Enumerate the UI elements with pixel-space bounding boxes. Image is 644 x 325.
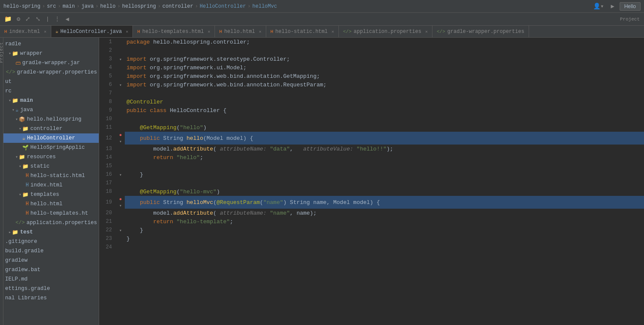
tab-hello-static-html[interactable]: H hello-static.html ✕ — [266, 26, 339, 37]
sidebar-item-resources[interactable]: 📁 resources — [3, 152, 99, 162]
sidebar-item-gradle-wrapper-props[interactable]: </> gradle-wrapper.properties — [3, 68, 99, 77]
breadcrumb-item[interactable]: hello — [100, 3, 115, 9]
minimize-icon[interactable]: ⤡ — [34, 15, 42, 24]
code-content[interactable]: import org.springframework.web.bind.anno… — [125, 72, 644, 80]
sidebar-item-application-properties[interactable]: </> application.properties — [3, 218, 99, 228]
code-content[interactable]: import org.springframework.ui.Model; — [125, 63, 644, 72]
more-options-icon[interactable]: ⋮ — [53, 15, 62, 24]
settings-icon[interactable]: ⚙ — [15, 15, 22, 24]
code-content[interactable] — [125, 179, 644, 187]
sidebar-item-settings-gradle[interactable]: ettings.gradle — [3, 284, 99, 293]
code-content[interactable]: public String hello(Model model) { — [125, 132, 644, 145]
fold-icon[interactable]: ▾ — [119, 228, 122, 233]
breadcrumb-item[interactable]: HelloController — [200, 3, 246, 9]
code-content[interactable] — [125, 162, 644, 170]
run-icon[interactable]: ▶ — [609, 2, 616, 11]
code-content[interactable]: } — [125, 170, 644, 179]
gutter: ▾ — [116, 170, 125, 179]
code-content[interactable]: model.addAttribute( attributeName: "data… — [125, 145, 644, 153]
tab-close-icon[interactable]: ✕ — [259, 29, 262, 34]
tab-index-html[interactable]: H index.html ✕ — [0, 26, 51, 37]
breadcrumb-item[interactable]: controller — [162, 3, 193, 9]
code-line-22: 22 ▾ } — [99, 226, 644, 234]
sidebar-item-ielp-md[interactable]: IELP.md — [3, 275, 99, 284]
sidebar-item-hello-spring-applic[interactable]: 🌱 HelloSpringApplic — [3, 143, 99, 152]
maximize-icon[interactable]: ⤢ — [24, 15, 32, 24]
fold-icon[interactable]: ▾ — [119, 173, 122, 177]
tab-hello-controller-java[interactable]: ☕ HelloController.java ✕ — [51, 26, 133, 37]
code-content[interactable]: @Controller — [125, 98, 644, 106]
sidebar-item-index-html[interactable]: H index.html — [3, 180, 99, 190]
fold-icon[interactable]: ▾ — [119, 57, 122, 62]
sidebar-item-test[interactable]: 📁 test — [3, 228, 99, 237]
code-content[interactable]: return "hello-template"; — [125, 217, 644, 226]
code-content[interactable]: public String helloMvc(@RequestParam("na… — [125, 196, 644, 209]
tab-application-properties[interactable]: </> application.properties ✕ — [339, 26, 432, 37]
code-content[interactable] — [125, 115, 644, 123]
breadcrumb-item[interactable]: hello-spring — [3, 3, 40, 9]
tab-label: hello-static.html — [275, 29, 327, 35]
code-content[interactable]: model.addAttribute( attributeName: "name… — [125, 209, 644, 217]
code-content[interactable]: import org.springframework.stereotype.Co… — [125, 55, 644, 63]
code-line-23: 23 } — [99, 234, 644, 243]
project-icon[interactable]: 📁 — [3, 15, 13, 24]
code-content[interactable]: } — [125, 234, 644, 243]
java-class-icon: ☕ — [22, 135, 25, 142]
tab-close-icon[interactable]: ✕ — [332, 29, 334, 34]
line-number: 10 — [99, 115, 116, 123]
tab-close-icon[interactable]: ✕ — [425, 29, 428, 34]
code-content[interactable]: package hello.hellospring.controller; — [125, 38, 644, 46]
sidebar-item-hello-controller[interactable]: ☕ HelloController — [3, 133, 99, 143]
code-content[interactable]: import org.springframework.web.bind.anno… — [125, 80, 644, 89]
sidebar-item-templates[interactable]: 📁 templates — [3, 190, 99, 199]
html-icon: H — [26, 210, 29, 216]
arrow-left-icon[interactable]: ◀ — [64, 15, 71, 24]
breadcrumb-item[interactable]: main — [62, 3, 75, 9]
code-content[interactable] — [125, 243, 644, 251]
sidebar-item-hello-hellospring[interactable]: 📦 hello.hellospring — [3, 115, 99, 124]
sidebar-item-wrapper[interactable]: 📁 wrapper — [3, 49, 99, 58]
sidebar-item-nal-libraries[interactable]: nal Libraries — [3, 293, 99, 303]
code-content[interactable]: @GetMapping("hello") — [125, 123, 644, 132]
breakpoint-icon[interactable]: ● — [119, 197, 122, 202]
sidebar-item-java[interactable]: ☕ java — [3, 105, 99, 115]
sidebar-item-hello-html[interactable]: H hello.html — [3, 199, 99, 209]
tab-hello-templates-html[interactable]: H hello-templates.html ✕ — [133, 26, 215, 37]
sidebar-item-main[interactable]: 📁 main — [3, 96, 99, 105]
sidebar-item-hello-static-html[interactable]: H hello-static.html — [3, 171, 99, 180]
sidebar-item-ut[interactable]: ut — [3, 77, 99, 86]
code-content[interactable]: } — [125, 226, 644, 234]
sidebar-item-gradle-wrapper-jar[interactable]: 🗃 gradle-wrapper.jar — [3, 58, 99, 68]
sidebar-item-build-gradle[interactable]: build.gradle — [3, 246, 99, 256]
code-editor[interactable]: 1 package hello.hellospring.controller; … — [99, 38, 644, 325]
fold-icon[interactable]: ▾ — [119, 204, 122, 208]
tab-close-icon[interactable]: ✕ — [208, 29, 210, 34]
user-icon[interactable]: 👤▾ — [591, 2, 606, 11]
code-content[interactable] — [125, 89, 644, 98]
tab-gradle-wrapper-properties[interactable]: </> gradle-wrapper.properties — [432, 26, 529, 37]
code-content[interactable]: @GetMapping("hello-mvc") — [125, 187, 644, 196]
breadcrumb-item[interactable]: hellospring — [122, 3, 156, 9]
breadcrumb-item-active[interactable]: helloMvc — [253, 3, 277, 9]
sidebar-item-static[interactable]: 📁 static — [3, 162, 99, 171]
tab-close-icon[interactable]: ✕ — [44, 29, 47, 34]
code-content[interactable]: return "hello"; — [125, 153, 644, 162]
sidebar-item-radle[interactable]: radle — [3, 39, 99, 49]
code-content[interactable]: public class HelloController { — [125, 106, 644, 115]
fold-icon[interactable]: ▾ — [119, 83, 122, 88]
sidebar-item-gradlew[interactable]: gradlew — [3, 256, 99, 265]
code-content[interactable] — [125, 46, 644, 55]
breadcrumb-item[interactable]: java — [81, 3, 94, 9]
breadcrumb-item[interactable]: src — [47, 3, 56, 9]
fold-icon[interactable]: ▾ — [119, 139, 122, 144]
sidebar[interactable]: radle 📁 wrapper 🗃 gradle-wrapper.jar </>… — [3, 38, 99, 325]
tab-close-icon[interactable]: ✕ — [126, 29, 128, 34]
sidebar-item-gradlew-bat[interactable]: gradlew.bat — [3, 265, 99, 275]
breakpoint-icon[interactable]: ● — [119, 133, 122, 138]
hello-button[interactable]: Hello — [620, 2, 641, 11]
sidebar-item-hello-templates-html[interactable]: H hello-templates.ht — [3, 209, 99, 218]
sidebar-item-gitignore[interactable]: .gitignore — [3, 237, 99, 246]
tab-hello-html[interactable]: H hello.html ✕ — [215, 26, 266, 37]
sidebar-item-rc[interactable]: rc — [3, 86, 99, 96]
sidebar-item-controller[interactable]: 📁 controller — [3, 124, 99, 133]
